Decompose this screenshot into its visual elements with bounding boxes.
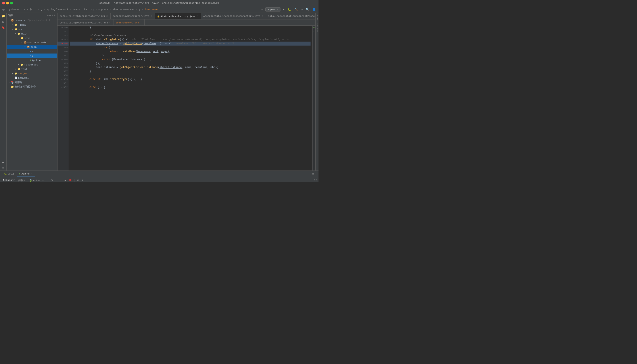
settings-icon[interactable]: ⚙: [300, 7, 304, 12]
minimize-panel-icon[interactable]: —: [315, 172, 317, 176]
breadcrumb-support[interactable]: support: [98, 8, 108, 11]
run-configs-icon[interactable]: ▶: [1, 160, 6, 165]
breakpoint-icon[interactable]: ●: [62, 42, 63, 45]
check-gutter-icon[interactable]: ✓: [312, 30, 316, 34]
build-icon[interactable]: 🔨: [293, 7, 298, 12]
breadcrumb-project[interactable]: spring-beans-6.0.2.jar: [2, 8, 34, 11]
tree-item-resources[interactable]: ▸ 📁 resources: [7, 62, 57, 67]
actuator-subtab[interactable]: 🍃 Actuator: [28, 178, 46, 182]
breadcrumb-org[interactable]: org: [38, 8, 42, 11]
expand-view-icon[interactable]: ⊠: [81, 178, 84, 182]
search-icon[interactable]: 🔍: [305, 7, 310, 12]
line-num-324: ● 324: [58, 42, 68, 46]
actuator-label: Actuator: [33, 179, 45, 182]
maximize-button[interactable]: [10, 2, 13, 4]
tree-item-bean-package[interactable]: ▾ 📦 bean: [7, 45, 57, 49]
tree-item-external-libs[interactable]: ▸ 📚 外部库: [7, 80, 57, 84]
line-num-339: ⊟ 339: [58, 78, 68, 82]
step-out-icon[interactable]: ↑: [59, 178, 63, 182]
tree-item-apprun[interactable]: ● AppRun: [7, 58, 57, 62]
code-editor[interactable]: ⊟ 320 321 322 ⊟ 323 ● 324 325 326 327 ⊟: [58, 26, 316, 170]
tab-abstract-bean-factory[interactable]: 🔒 AbstractBeanFactory.java ×: [155, 13, 201, 20]
line-num-351: 351: [58, 82, 68, 85]
tab-label: DefaultListableBeanFactory.java: [60, 15, 105, 18]
expand-arrow-icon: ▾: [8, 19, 10, 22]
tab-close-icon[interactable]: ×: [150, 15, 152, 18]
tree-expand-all-icon[interactable]: ⊞: [47, 14, 49, 17]
tab-label: DefaultSingletonBeanRegistry.java: [60, 22, 108, 24]
tab-close-icon[interactable]: ×: [31, 172, 32, 175]
tree-item-java[interactable]: ▾ 📁 java: [7, 36, 57, 40]
tree-item-test[interactable]: ▸ 📁 test: [7, 67, 57, 71]
tab-default-listable[interactable]: DefaultListableBeanFactory.java ×: [58, 13, 110, 20]
expand-panel-icon[interactable]: ⛶: [314, 179, 317, 182]
window-controls[interactable]: [2, 2, 13, 4]
tree-item-idea[interactable]: ▸ 📁 .idea: [7, 22, 57, 27]
tree-item-src[interactable]: ▾ 📁 src: [7, 27, 57, 32]
project-icon[interactable]: 📁: [1, 14, 6, 18]
breadcrumb-springframework[interactable]: springframework: [46, 8, 68, 11]
tab-close-icon[interactable]: ×: [109, 22, 111, 24]
tab-close-icon[interactable]: ×: [196, 15, 198, 18]
user-icon[interactable]: 👤: [312, 7, 317, 12]
bookmark-icon[interactable]: 🔖: [1, 25, 6, 30]
tab-dependency-descriptor[interactable]: DependencyDescriptor.java ×: [110, 13, 155, 20]
settings-icon[interactable]: ⚙: [312, 172, 314, 176]
expand-arrow-icon: ▸: [14, 68, 17, 70]
tree-item-pom[interactable]: 📄 pom.xml: [7, 76, 57, 80]
left-icon-strip: 📁 ⊞ 🔖 ▶ ⌨: [0, 13, 7, 170]
tab-close-icon[interactable]: ×: [140, 22, 142, 24]
stop-icon[interactable]: ⏹: [68, 178, 73, 182]
step-into-icon[interactable]: ↓: [55, 178, 58, 182]
debugger-subtab[interactable]: Debugger: [2, 178, 16, 182]
folder-icon: 📁: [20, 37, 24, 40]
run-class-icon: ●: [30, 59, 31, 62]
tree-item-root[interactable]: ▾ 📦 ossa3.0 ~/java/java/seckil: [7, 18, 57, 22]
tree-item-package[interactable]: ▾ 📦 com.ossa.web: [7, 40, 57, 45]
passable-label[interactable]: Passable: [316, 22, 318, 33]
fold-icon[interactable]: ⊟: [62, 86, 63, 89]
breadcrumb-beans[interactable]: beans: [72, 8, 80, 11]
apprun-tab[interactable]: ▶ AppRun ×: [17, 172, 35, 176]
tree-item-classB[interactable]: ● B: [7, 54, 57, 58]
breadcrumb-class[interactable]: AbstractBeanFactory: [112, 8, 140, 11]
debug-icon[interactable]: 🐛: [287, 7, 292, 12]
run-icon[interactable]: ▶: [282, 7, 285, 12]
breadcrumb-factory[interactable]: factory: [84, 8, 94, 11]
folder-icon: 📁: [14, 72, 18, 75]
line-num-325: 325: [58, 46, 68, 50]
tree-close-icon[interactable]: ×: [54, 14, 56, 17]
tree-settings-icon[interactable]: ⚙: [52, 14, 53, 17]
terminal-side-icon[interactable]: ⌨: [1, 166, 6, 170]
tab-default-singleton[interactable]: DefaultSingletonBeanRegistry.java ×: [58, 20, 114, 26]
tree-collapse-icon[interactable]: ⊟: [49, 14, 51, 17]
fold-icon[interactable]: ⊟: [62, 78, 63, 81]
file-tree: 项目 ⊞ ⊟ ⚙ × ▾ 📦 ossa3.0 ~/java/java/secki…: [7, 13, 58, 170]
close-button[interactable]: [2, 2, 5, 4]
tab-close-icon[interactable]: ×: [261, 15, 264, 18]
tab-autowired-annotation[interactable]: AutowiredAnnotationBeanPostProcessor.jav…: [266, 13, 316, 20]
fold-icon[interactable]: ⊟: [62, 38, 63, 41]
navigate-back-icon[interactable]: ←: [260, 7, 264, 12]
step-over-icon[interactable]: ⟳: [50, 178, 54, 182]
debug-tab[interactable]: 🐛 调试:: [2, 172, 16, 176]
minimize-button[interactable]: [6, 2, 9, 4]
maven-label[interactable]: Maven: [316, 14, 318, 22]
resume-icon[interactable]: ▶: [64, 178, 67, 182]
structure-icon[interactable]: ⊞: [1, 20, 6, 24]
tree-item-classA[interactable]: ● A: [7, 49, 57, 54]
apprun-button[interactable]: AppRun ▾: [266, 7, 280, 12]
table-view-icon[interactable]: ⊞: [76, 178, 80, 182]
tab-close-icon[interactable]: ×: [106, 15, 108, 18]
tree-item-target[interactable]: ▸ 📁 target: [7, 71, 57, 76]
fold-icon[interactable]: ⊟: [62, 26, 63, 29]
console-subtab[interactable]: 控制台: [17, 178, 27, 182]
tab-abstract-autowire[interactable]: AbstractAutowireCapableBeanFactory.java …: [201, 13, 266, 20]
bookmark-gutter-icon[interactable]: ≡: [312, 26, 316, 30]
tree-item-main[interactable]: ▾ 📁 main: [7, 32, 57, 36]
tab-bean-factory[interactable]: BeanFactory.java ×: [114, 20, 145, 26]
right-sidebar: Maven Passable: [316, 13, 318, 170]
fold-icon[interactable]: ⊟: [62, 58, 63, 61]
tree-item-label: target: [18, 72, 27, 75]
tree-item-scratches[interactable]: ▸ 📁 临时文件和控制台: [7, 84, 57, 89]
